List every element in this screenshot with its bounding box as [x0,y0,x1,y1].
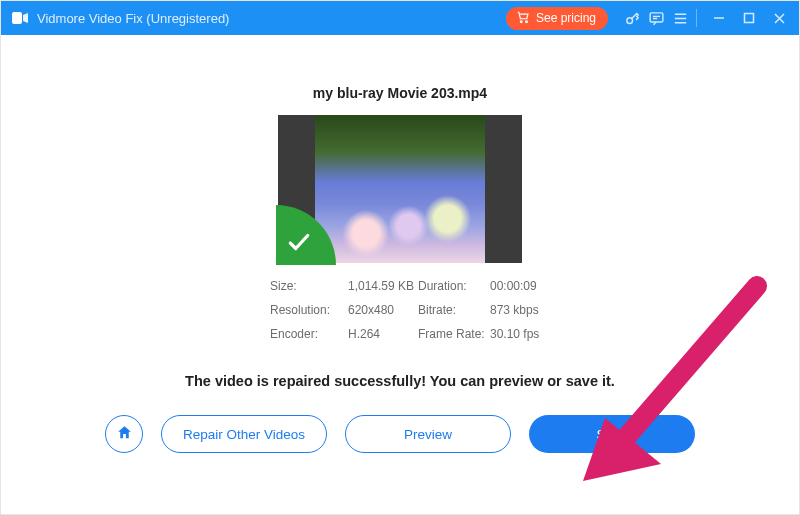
framerate-label: Frame Rate: [416,327,490,341]
encoder-label: Encoder: [270,327,348,341]
repair-other-label: Repair Other Videos [183,427,305,442]
preview-button[interactable]: Preview [345,415,511,453]
duration-value: 00:00:09 [490,279,550,293]
bitrate-label: Bitrate: [416,303,490,317]
duration-label: Duration: [416,279,490,293]
metadata-grid: Size: 1,014.59 KB Duration: 00:00:09 Res… [270,279,530,341]
minimize-button[interactable] [705,4,733,32]
home-icon [116,424,133,444]
resolution-label: Resolution: [270,303,348,317]
video-thumbnail [278,115,522,263]
key-icon[interactable] [620,6,644,30]
see-pricing-label: See pricing [536,11,596,25]
save-label: Save [597,427,628,442]
size-label: Size: [270,279,348,293]
content-area: my blu-ray Movie 203.mp4 Size: 1,014.59 … [1,35,799,514]
cart-icon [516,10,530,27]
button-row: Repair Other Videos Preview Save [105,415,695,453]
titlebar: Vidmore Video Fix (Unregistered) See pri… [1,1,799,35]
svg-rect-0 [12,12,22,24]
repair-other-button[interactable]: Repair Other Videos [161,415,327,453]
feedback-icon[interactable] [644,6,668,30]
framerate-value: 30.10 fps [490,327,550,341]
maximize-button[interactable] [735,4,763,32]
svg-rect-5 [650,12,663,21]
svg-point-2 [520,20,522,22]
app-window: Vidmore Video Fix (Unregistered) See pri… [0,0,800,515]
app-title: Vidmore Video Fix (Unregistered) [37,11,229,26]
svg-point-4 [626,17,632,23]
file-name: my blu-ray Movie 203.mp4 [313,85,487,101]
preview-label: Preview [404,427,452,442]
app-logo-icon [11,9,29,27]
success-badge [276,199,342,265]
svg-marker-1 [23,13,28,23]
status-message: The video is repaired successfully! You … [185,373,615,389]
size-value: 1,014.59 KB [348,279,416,293]
divider [696,9,697,27]
resolution-value: 620x480 [348,303,416,317]
menu-icon[interactable] [668,6,692,30]
svg-rect-6 [745,14,754,23]
bitrate-value: 873 kbps [490,303,550,317]
save-button[interactable]: Save [529,415,695,453]
close-button[interactable] [765,4,793,32]
encoder-value: H.264 [348,327,416,341]
svg-point-3 [526,20,528,22]
home-button[interactable] [105,415,143,453]
see-pricing-button[interactable]: See pricing [506,7,608,30]
